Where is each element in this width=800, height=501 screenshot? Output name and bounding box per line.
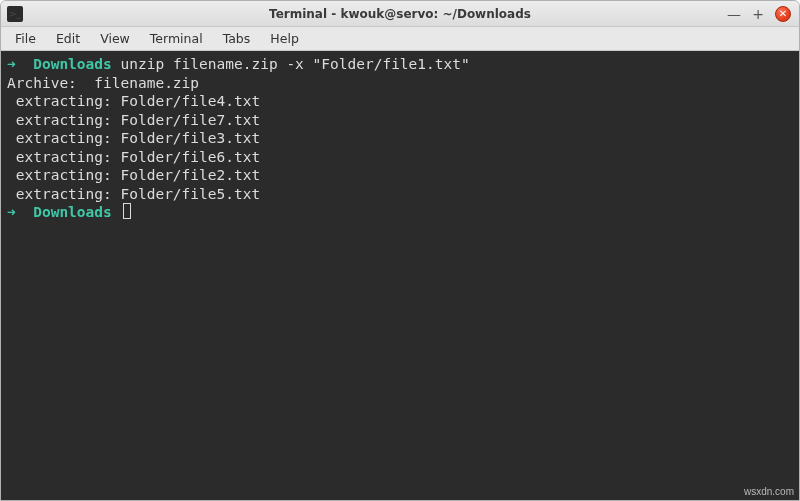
minimize-button[interactable]: — [727, 7, 741, 21]
prompt-dir: Downloads [33, 56, 112, 72]
prompt-dir: Downloads [33, 204, 112, 220]
menu-file[interactable]: File [5, 28, 46, 49]
terminal-area[interactable]: ➜ Downloads unzip filename.zip -x "Folde… [1, 51, 799, 500]
archive-line: Archive: filename.zip [7, 75, 199, 91]
titlebar[interactable]: >_ Terminal - kwouk@servo: ~/Downloads —… [1, 1, 799, 27]
terminal-window: >_ Terminal - kwouk@servo: ~/Downloads —… [0, 0, 800, 501]
maximize-button[interactable]: + [751, 7, 765, 21]
prompt-arrow-icon: ➜ [7, 204, 16, 220]
extract-line: extracting: Folder/file2.txt [7, 167, 260, 183]
prompt-arrow-icon: ➜ [7, 56, 16, 72]
extract-line: extracting: Folder/file7.txt [7, 112, 260, 128]
menu-terminal[interactable]: Terminal [140, 28, 213, 49]
menu-help[interactable]: Help [260, 28, 309, 49]
extract-line: extracting: Folder/file4.txt [7, 93, 260, 109]
window-title: Terminal - kwouk@servo: ~/Downloads [1, 7, 799, 21]
extract-line: extracting: Folder/file6.txt [7, 149, 260, 165]
extract-line: extracting: Folder/file5.txt [7, 186, 260, 202]
menu-edit[interactable]: Edit [46, 28, 90, 49]
extract-line: extracting: Folder/file3.txt [7, 130, 260, 146]
cursor [123, 203, 131, 219]
window-controls: — + ✕ [727, 6, 799, 22]
close-button[interactable]: ✕ [775, 6, 791, 22]
menu-tabs[interactable]: Tabs [213, 28, 261, 49]
command-text: unzip filename.zip -x "Folder/file1.txt" [121, 56, 470, 72]
menubar: File Edit View Terminal Tabs Help [1, 27, 799, 51]
menu-view[interactable]: View [90, 28, 140, 49]
terminal-app-icon: >_ [7, 6, 23, 22]
watermark: wsxdn.com [744, 486, 794, 497]
